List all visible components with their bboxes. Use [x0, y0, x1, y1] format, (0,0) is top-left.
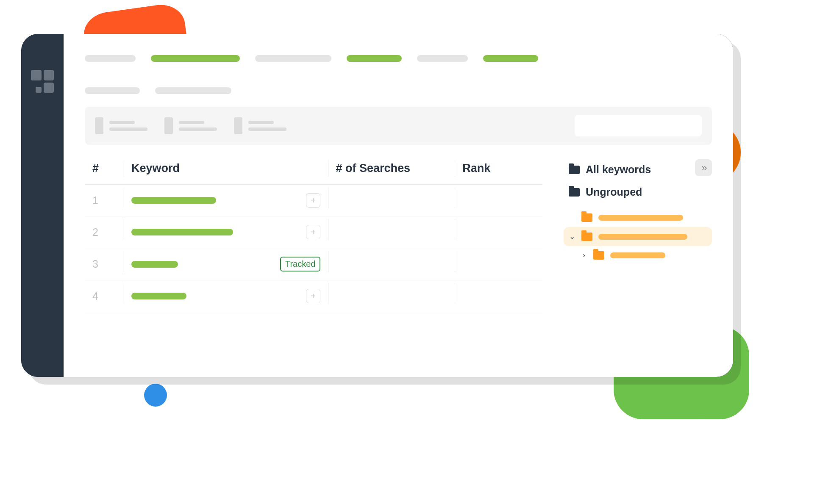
row-num: 2	[85, 216, 124, 248]
table-row[interactable]: 3 Tracked	[85, 248, 542, 280]
toolbar-item[interactable]	[164, 117, 217, 134]
table-row[interactable]: 4 +	[85, 280, 542, 312]
table-row[interactable]: 2 +	[85, 216, 542, 248]
dashboard-icon[interactable]	[31, 70, 54, 93]
keyword-placeholder	[131, 261, 178, 268]
col-header-num[interactable]: #	[85, 158, 124, 185]
decor-blue-dot	[144, 384, 167, 407]
folder-label: All keywords	[586, 163, 651, 176]
folder-icon	[581, 233, 592, 241]
add-keyword-button[interactable]: +	[306, 289, 320, 303]
folder-all-keywords[interactable]: All keywords	[564, 158, 712, 181]
add-keyword-button[interactable]: +	[306, 193, 320, 208]
col-header-keyword[interactable]: Keyword	[124, 158, 328, 185]
folder-subitem[interactable]: ›	[564, 246, 712, 265]
tracked-badge: Tracked	[280, 257, 321, 271]
folder-label-placeholder	[610, 252, 665, 258]
app-window: # Keyword # of Searches Rank 1 +	[21, 34, 733, 377]
table-row[interactable]: 1 +	[85, 185, 542, 216]
keyword-placeholder	[131, 293, 186, 299]
chevron-double-right-icon: »	[701, 162, 705, 174]
folder-label: Ungrouped	[586, 186, 642, 198]
row-num: 4	[85, 280, 124, 312]
folder-label-placeholder	[598, 215, 683, 221]
keyword-placeholder	[131, 229, 233, 235]
top-nav-placeholders	[85, 55, 551, 94]
keyword-placeholder	[131, 197, 216, 204]
folder-icon	[569, 166, 580, 174]
folder-icon	[581, 213, 592, 222]
folder-item[interactable]	[564, 208, 712, 227]
toolbar-item[interactable]	[234, 117, 286, 134]
add-keyword-button[interactable]: +	[306, 225, 320, 239]
search-input[interactable]	[575, 115, 702, 136]
expand-panel-button[interactable]: »	[695, 159, 712, 176]
folder-icon	[593, 251, 604, 260]
nav-placeholder-active	[347, 55, 402, 62]
chevron-down-icon: ⌄	[569, 232, 575, 241]
nav-placeholder-active	[483, 55, 538, 62]
content-area: # Keyword # of Searches Rank 1 +	[64, 34, 733, 377]
row-num: 3	[85, 248, 124, 280]
nav-placeholder	[85, 87, 140, 94]
nav-placeholder	[255, 55, 331, 62]
chevron-right-icon: ›	[581, 251, 587, 260]
nav-placeholder	[155, 87, 231, 94]
folder-label-placeholder	[598, 234, 687, 240]
col-header-searches[interactable]: # of Searches	[328, 158, 455, 185]
toolbar-item[interactable]	[95, 117, 147, 134]
col-header-rank[interactable]: Rank	[455, 158, 542, 185]
folder-icon	[569, 188, 580, 197]
folder-item-selected[interactable]: ⌄	[564, 227, 712, 246]
row-num: 1	[85, 185, 124, 216]
nav-placeholder	[85, 55, 136, 62]
nav-placeholder	[417, 55, 468, 62]
sidebar	[21, 34, 64, 377]
keyword-table: # Keyword # of Searches Rank 1 +	[85, 158, 542, 312]
nav-placeholder-active	[151, 55, 240, 62]
folder-panel: All keywords » Ungrouped ⌄	[564, 158, 712, 312]
toolbar	[85, 107, 712, 145]
folder-ungrouped[interactable]: Ungrouped	[564, 181, 712, 203]
